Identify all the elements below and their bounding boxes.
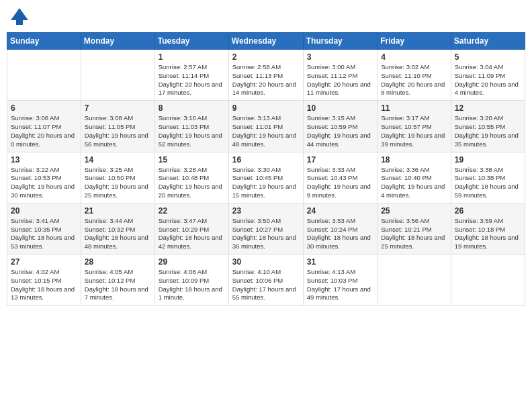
day-content: Sunrise: 2:58 AM Sunset: 11:13 PM Daylig… [232, 63, 300, 97]
day-number: 6 [11, 103, 77, 113]
day-content: Sunrise: 3:47 AM Sunset: 10:29 PM Daylig… [159, 217, 225, 251]
svg-marker-0 [11, 8, 28, 20]
day-content: Sunrise: 3:25 AM Sunset: 10:50 PM Daylig… [85, 166, 151, 200]
calendar-week-row: 20Sunrise: 3:41 AM Sunset: 10:35 PM Dayl… [7, 203, 525, 254]
day-content: Sunrise: 3:30 AM Sunset: 10:45 PM Daylig… [232, 166, 300, 200]
calendar-cell: 16Sunrise: 3:30 AM Sunset: 10:45 PM Dayl… [228, 152, 303, 203]
calendar-week-row: 1Sunrise: 2:57 AM Sunset: 11:14 PM Dayli… [7, 50, 525, 101]
day-content: Sunrise: 4:05 AM Sunset: 10:12 PM Daylig… [85, 268, 151, 302]
calendar-cell: 5Sunrise: 3:04 AM Sunset: 11:09 PM Dayli… [451, 50, 525, 101]
day-number: 14 [85, 155, 151, 165]
day-number: 31 [307, 257, 373, 267]
calendar-cell: 17Sunrise: 3:33 AM Sunset: 10:43 PM Dayl… [303, 152, 377, 203]
day-number: 1 [159, 52, 225, 62]
day-number: 26 [455, 206, 521, 216]
calendar-cell: 1Sunrise: 2:57 AM Sunset: 11:14 PM Dayli… [154, 50, 228, 101]
day-content: Sunrise: 3:20 AM Sunset: 10:55 PM Daylig… [455, 114, 521, 148]
day-content: Sunrise: 3:15 AM Sunset: 10:59 PM Daylig… [307, 114, 373, 148]
day-number: 27 [11, 257, 77, 267]
day-number: 2 [232, 52, 300, 62]
day-number: 12 [455, 103, 521, 113]
calendar-cell: 18Sunrise: 3:36 AM Sunset: 10:40 PM Dayl… [378, 152, 451, 203]
day-number: 4 [381, 52, 447, 62]
day-content: Sunrise: 3:44 AM Sunset: 10:32 PM Daylig… [85, 217, 151, 251]
day-content: Sunrise: 3:38 AM Sunset: 10:38 PM Daylig… [455, 166, 521, 200]
day-number: 30 [232, 257, 300, 267]
calendar-week-row: 6Sunrise: 3:06 AM Sunset: 11:07 PM Dayli… [7, 101, 525, 152]
weekday-header-wednesday: Wednesday [228, 33, 303, 50]
calendar-cell [7, 50, 81, 101]
calendar-cell: 3Sunrise: 3:00 AM Sunset: 11:12 PM Dayli… [303, 50, 377, 101]
day-content: Sunrise: 3:02 AM Sunset: 11:10 PM Daylig… [381, 63, 447, 97]
calendar-header-row: SundayMondayTuesdayWednesdayThursdayFrid… [7, 33, 525, 50]
day-content: Sunrise: 3:50 AM Sunset: 10:27 PM Daylig… [232, 217, 300, 251]
day-number: 28 [85, 257, 151, 267]
calendar-cell: 14Sunrise: 3:25 AM Sunset: 10:50 PM Dayl… [81, 152, 154, 203]
day-content: Sunrise: 3:17 AM Sunset: 10:57 PM Daylig… [381, 114, 447, 148]
calendar-cell: 19Sunrise: 3:38 AM Sunset: 10:38 PM Dayl… [451, 152, 525, 203]
day-number: 22 [159, 206, 225, 216]
logo-icon [9, 7, 30, 27]
day-content: Sunrise: 4:10 AM Sunset: 10:06 PM Daylig… [232, 268, 300, 302]
calendar-cell: 12Sunrise: 3:20 AM Sunset: 10:55 PM Dayl… [451, 101, 525, 152]
day-number: 24 [307, 206, 373, 216]
day-content: Sunrise: 3:10 AM Sunset: 11:03 PM Daylig… [159, 114, 225, 148]
day-content: Sunrise: 4:13 AM Sunset: 10:03 PM Daylig… [307, 268, 373, 302]
day-content: Sunrise: 3:13 AM Sunset: 11:01 PM Daylig… [232, 114, 300, 148]
day-content: Sunrise: 3:41 AM Sunset: 10:35 PM Daylig… [11, 217, 77, 251]
day-content: Sunrise: 3:04 AM Sunset: 11:09 PM Daylig… [455, 63, 521, 97]
calendar-cell: 11Sunrise: 3:17 AM Sunset: 10:57 PM Dayl… [378, 101, 451, 152]
calendar-cell: 9Sunrise: 3:13 AM Sunset: 11:01 PM Dayli… [228, 101, 303, 152]
day-content: Sunrise: 3:06 AM Sunset: 11:07 PM Daylig… [11, 114, 77, 148]
day-content: Sunrise: 3:08 AM Sunset: 11:05 PM Daylig… [85, 114, 151, 148]
calendar-cell: 24Sunrise: 3:53 AM Sunset: 10:24 PM Dayl… [303, 203, 377, 254]
calendar-cell: 27Sunrise: 4:02 AM Sunset: 10:15 PM Dayl… [7, 255, 81, 306]
day-content: Sunrise: 3:53 AM Sunset: 10:24 PM Daylig… [307, 217, 373, 251]
calendar-cell: 26Sunrise: 3:59 AM Sunset: 10:18 PM Dayl… [451, 203, 525, 254]
day-number: 21 [85, 206, 151, 216]
calendar-cell: 30Sunrise: 4:10 AM Sunset: 10:06 PM Dayl… [228, 255, 303, 306]
day-content: Sunrise: 3:59 AM Sunset: 10:18 PM Daylig… [455, 217, 521, 251]
logo [9, 7, 32, 27]
day-number: 3 [307, 52, 373, 62]
calendar-cell: 28Sunrise: 4:05 AM Sunset: 10:12 PM Dayl… [81, 255, 154, 306]
calendar-week-row: 27Sunrise: 4:02 AM Sunset: 10:15 PM Dayl… [7, 255, 525, 306]
page-header [7, 7, 525, 27]
day-number: 18 [381, 155, 447, 165]
calendar-cell: 21Sunrise: 3:44 AM Sunset: 10:32 PM Dayl… [81, 203, 154, 254]
calendar-cell: 31Sunrise: 4:13 AM Sunset: 10:03 PM Dayl… [303, 255, 377, 306]
day-content: Sunrise: 3:33 AM Sunset: 10:43 PM Daylig… [307, 166, 373, 200]
day-content: Sunrise: 2:57 AM Sunset: 11:14 PM Daylig… [159, 63, 225, 97]
svg-rect-1 [16, 20, 23, 25]
day-number: 9 [232, 103, 300, 113]
calendar-cell: 15Sunrise: 3:28 AM Sunset: 10:48 PM Dayl… [154, 152, 228, 203]
calendar-cell: 22Sunrise: 3:47 AM Sunset: 10:29 PM Dayl… [154, 203, 228, 254]
day-content: Sunrise: 3:28 AM Sunset: 10:48 PM Daylig… [159, 166, 225, 200]
day-content: Sunrise: 3:36 AM Sunset: 10:40 PM Daylig… [381, 166, 447, 200]
calendar-cell [81, 50, 154, 101]
day-number: 11 [381, 103, 447, 113]
weekday-header-thursday: Thursday [303, 33, 377, 50]
calendar-cell: 4Sunrise: 3:02 AM Sunset: 11:10 PM Dayli… [378, 50, 451, 101]
calendar-cell: 23Sunrise: 3:50 AM Sunset: 10:27 PM Dayl… [228, 203, 303, 254]
day-content: Sunrise: 3:56 AM Sunset: 10:21 PM Daylig… [381, 217, 447, 251]
weekday-header-sunday: Sunday [7, 33, 81, 50]
calendar-cell [378, 255, 451, 306]
day-number: 29 [159, 257, 225, 267]
day-content: Sunrise: 3:00 AM Sunset: 11:12 PM Daylig… [307, 63, 373, 97]
calendar-table: SundayMondayTuesdayWednesdayThursdayFrid… [7, 32, 525, 306]
day-number: 17 [307, 155, 373, 165]
calendar-cell: 8Sunrise: 3:10 AM Sunset: 11:03 PM Dayli… [154, 101, 228, 152]
day-number: 20 [11, 206, 77, 216]
weekday-header-friday: Friday [378, 33, 451, 50]
day-content: Sunrise: 4:08 AM Sunset: 10:09 PM Daylig… [159, 268, 225, 302]
day-number: 13 [11, 155, 77, 165]
weekday-header-saturday: Saturday [451, 33, 525, 50]
day-number: 10 [307, 103, 373, 113]
day-number: 25 [381, 206, 447, 216]
day-number: 8 [159, 103, 225, 113]
calendar-cell: 6Sunrise: 3:06 AM Sunset: 11:07 PM Dayli… [7, 101, 81, 152]
calendar-week-row: 13Sunrise: 3:22 AM Sunset: 10:53 PM Dayl… [7, 152, 525, 203]
day-content: Sunrise: 3:22 AM Sunset: 10:53 PM Daylig… [11, 166, 77, 200]
calendar-cell [451, 255, 525, 306]
